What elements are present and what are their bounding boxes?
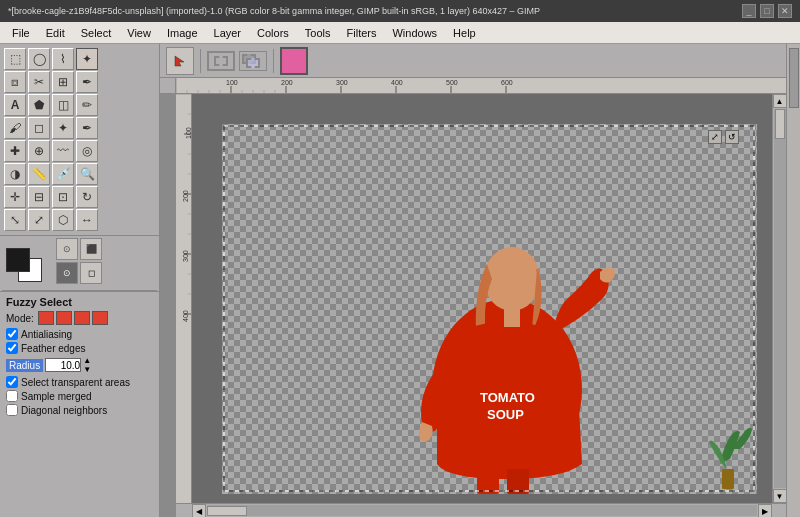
tool-measure[interactable]: 📏 xyxy=(28,163,50,185)
svg-text:400: 400 xyxy=(391,79,403,86)
tool-eraser[interactable]: ◻ xyxy=(28,117,50,139)
bottom-bar-spacer xyxy=(176,504,192,517)
tool-paths[interactable]: ✒ xyxy=(76,71,98,93)
feather-label[interactable]: Feather edges xyxy=(21,343,86,354)
zoom-fit-btn[interactable]: ⤢ xyxy=(708,130,722,144)
mode-intersect[interactable] xyxy=(92,311,108,325)
mode-subtract[interactable] xyxy=(74,311,90,325)
dock-handle[interactable] xyxy=(789,48,799,108)
tool-dodge[interactable]: ◑ xyxy=(4,163,26,185)
tool-fg-select[interactable]: ⊞ xyxy=(52,71,74,93)
radius-down[interactable]: ▼ xyxy=(83,365,91,374)
svg-text:100: 100 xyxy=(226,79,238,86)
tool-indicator-3[interactable]: ⊙ xyxy=(56,262,78,284)
tool-options-title: Fuzzy Select xyxy=(6,296,153,308)
scroll-left-btn[interactable]: ◀ xyxy=(192,504,206,517)
feather-row: Feather edges xyxy=(6,342,153,354)
tool-shear[interactable]: ⤢ xyxy=(28,209,50,231)
tool-pencil[interactable]: ✏ xyxy=(76,94,98,116)
tool-row-8: ⤡ ⤢ ⬡ ↔ xyxy=(4,209,155,231)
image-canvas[interactable]: TOMATO SOUP xyxy=(222,124,757,494)
antialias-label[interactable]: Antialiasing xyxy=(21,329,72,340)
scroll-down-btn[interactable]: ▼ xyxy=(773,489,787,503)
menu-view[interactable]: View xyxy=(119,25,159,41)
tool-align[interactable]: ⊟ xyxy=(28,186,50,208)
tool-crop[interactable]: ⊡ xyxy=(52,186,74,208)
svg-rect-48 xyxy=(722,469,734,489)
maximize-button[interactable]: □ xyxy=(760,4,774,18)
menu-colors[interactable]: Colors xyxy=(249,25,297,41)
mode-add[interactable] xyxy=(56,311,72,325)
scroll-thumb-h[interactable] xyxy=(207,506,247,516)
menu-edit[interactable]: Edit xyxy=(38,25,73,41)
scroll-track-h[interactable] xyxy=(207,505,757,516)
tool-convolve[interactable]: ◎ xyxy=(76,140,98,162)
scroll-track-v[interactable] xyxy=(774,109,786,488)
tool-blend[interactable]: ◫ xyxy=(52,94,74,116)
right-dock xyxy=(786,44,800,517)
tool-zoom[interactable]: 🔍 xyxy=(76,163,98,185)
diagonal-row: Diagonal neighbors xyxy=(6,404,153,416)
close-button[interactable]: ✕ xyxy=(778,4,792,18)
menu-file[interactable]: File xyxy=(4,25,38,41)
menu-image[interactable]: Image xyxy=(159,25,206,41)
radius-up[interactable]: ▲ xyxy=(83,356,91,365)
tool-perspective[interactable]: ⬡ xyxy=(52,209,74,231)
scroll-thumb-v[interactable] xyxy=(775,109,785,139)
tool-ink[interactable]: ✒ xyxy=(76,117,98,139)
transparent-label[interactable]: Select transparent areas xyxy=(21,377,130,388)
canvas-viewport[interactable]: TOMATO SOUP xyxy=(192,94,772,503)
tool-colorpicker[interactable]: 💉 xyxy=(52,163,74,185)
tool-ellipse-select[interactable]: ◯ xyxy=(28,48,50,70)
foreground-color-swatch[interactable] xyxy=(6,248,30,272)
tool-indicator-2[interactable]: ⬛ xyxy=(80,238,102,260)
mode-replace[interactable] xyxy=(38,311,54,325)
svg-text:200: 200 xyxy=(182,190,189,202)
menu-windows[interactable]: Windows xyxy=(384,25,445,41)
tool-heal[interactable]: ✚ xyxy=(4,140,26,162)
minimize-button[interactable]: _ xyxy=(742,4,756,18)
tool-scissors[interactable]: ✂ xyxy=(28,71,50,93)
right-scrollbar: ▲ ▼ xyxy=(772,94,786,503)
svg-text:200: 200 xyxy=(281,79,293,86)
menu-help[interactable]: Help xyxy=(445,25,484,41)
diagonal-checkbox[interactable] xyxy=(6,404,18,416)
tool-smudge[interactable]: 〰 xyxy=(52,140,74,162)
menu-filters[interactable]: Filters xyxy=(339,25,385,41)
tool-scale[interactable]: ⤡ xyxy=(4,209,26,231)
antialias-checkbox[interactable] xyxy=(6,328,18,340)
tool-airbrush[interactable]: ✦ xyxy=(52,117,74,139)
canvas-area: 100 200 300 400 500 600 xyxy=(160,78,786,517)
diagonal-label[interactable]: Diagonal neighbors xyxy=(21,405,107,416)
tool-flip[interactable]: ↔ xyxy=(76,209,98,231)
menu-select[interactable]: Select xyxy=(73,25,120,41)
title-bar-title: *[brooke-cagle-z1B9f48F5dc-unsplash] (im… xyxy=(8,6,540,16)
menu-layer[interactable]: Layer xyxy=(206,25,250,41)
menu-tools[interactable]: Tools xyxy=(297,25,339,41)
tool-rect-select[interactable]: ⬚ xyxy=(4,48,26,70)
tool-preset-1[interactable] xyxy=(166,47,194,75)
radius-input[interactable] xyxy=(45,358,81,372)
sample-label[interactable]: Sample merged xyxy=(21,391,92,402)
tool-bucket[interactable]: ⬟ xyxy=(28,94,50,116)
canvas-rotate-btn[interactable]: ↺ xyxy=(725,130,739,144)
selection-mode-replace[interactable] xyxy=(207,51,235,71)
tool-select-color[interactable]: ⧈ xyxy=(4,71,26,93)
selection-mode-add[interactable] xyxy=(239,51,267,71)
tool-rotate[interactable]: ↻ xyxy=(76,186,98,208)
brush-color-swatch[interactable] xyxy=(280,47,308,75)
tool-text[interactable]: A xyxy=(4,94,26,116)
scroll-right-btn[interactable]: ▶ xyxy=(758,504,772,517)
tool-paintbrush[interactable]: 🖌 xyxy=(4,117,26,139)
tool-clone[interactable]: ⊕ xyxy=(28,140,50,162)
tool-free-select[interactable]: ⌇ xyxy=(52,48,74,70)
sample-checkbox[interactable] xyxy=(6,390,18,402)
tool-indicator-4[interactable]: ◻ xyxy=(80,262,102,284)
transparent-checkbox[interactable] xyxy=(6,376,18,388)
tool-fuzzy-select[interactable]: ✦ xyxy=(76,48,98,70)
scroll-up-btn[interactable]: ▲ xyxy=(773,94,787,108)
feather-checkbox[interactable] xyxy=(6,342,18,354)
tool-indicator-1[interactable]: ⊙ xyxy=(56,238,78,260)
tool-move[interactable]: ✛ xyxy=(4,186,26,208)
svg-text:400: 400 xyxy=(182,310,189,322)
